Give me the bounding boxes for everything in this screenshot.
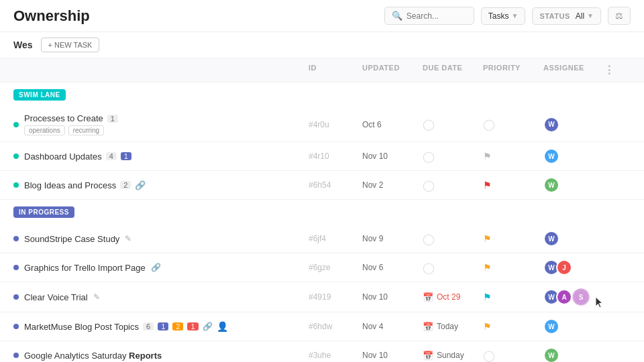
subheader: Wes + NEW TASK xyxy=(0,32,644,58)
tasks-dropdown[interactable]: Tasks ▼ xyxy=(481,7,526,25)
avatar: W xyxy=(543,177,559,193)
task-assignee: W xyxy=(543,318,604,335)
attach-icon: 🔗 xyxy=(203,322,213,331)
app-container: Ownership 🔍 Tasks ▼ STATUS All ▼ ⚖ Wes +… xyxy=(0,0,644,362)
task-due: ◯ xyxy=(423,118,483,131)
task-name-cell[interactable]: Google Analytics Saturday Reports xyxy=(13,351,309,361)
task-name-cell[interactable]: Processes to Create 1 operations recurri… xyxy=(13,113,309,135)
task-badge-b1: 1 xyxy=(158,322,168,330)
task-name-cell[interactable]: SoundStripe Case Study ✎ xyxy=(13,234,309,244)
task-title: Processes to Create xyxy=(24,113,103,123)
task-due: ◯ xyxy=(423,233,483,245)
avatar: J xyxy=(556,259,572,276)
task-badge: 4 xyxy=(106,152,117,160)
status-dot xyxy=(13,122,19,127)
avatar-glow: S xyxy=(572,288,590,306)
task-priority: ⚑ xyxy=(483,233,543,244)
task-id: #6hdw xyxy=(309,322,362,331)
task-due-date: Oct 29 xyxy=(437,292,460,302)
person-circle-icon: 👤 xyxy=(217,321,228,332)
avatar: A xyxy=(556,289,572,305)
attach-icon: 🔗 xyxy=(151,263,161,272)
task-name-cell[interactable]: Clear Voice Trial ✎ xyxy=(13,292,309,302)
task-badge: 1 xyxy=(107,115,118,123)
search-input[interactable] xyxy=(407,11,467,21)
task-due: ◯ xyxy=(423,261,483,274)
status-dot xyxy=(13,353,19,358)
new-task-button[interactable]: + NEW TASK xyxy=(41,38,100,52)
col-id: ID xyxy=(309,64,362,76)
task-updated: Nov 10 xyxy=(362,351,423,360)
chevron-down-icon: ▼ xyxy=(587,12,594,19)
flag-icon: ⚑ xyxy=(483,151,492,162)
task-name-wrapper: Dashboard Updates 4 1 xyxy=(24,152,131,162)
task-id: #6gze xyxy=(309,263,362,272)
flag-icon: ⚑ xyxy=(483,321,492,332)
task-id: #4919 xyxy=(309,292,362,302)
task-priority: ⚑ xyxy=(483,180,543,190)
search-icon: 🔍 xyxy=(392,11,402,21)
flag-icon: ⚑ xyxy=(483,233,492,244)
task-assignee: W xyxy=(543,347,604,362)
status-filter[interactable]: STATUS All ▼ xyxy=(532,7,601,25)
avatar: W xyxy=(543,117,559,133)
filter-icon: ⚖ xyxy=(615,11,623,21)
task-priority: ⚑ xyxy=(483,321,543,332)
avatar: W xyxy=(543,148,559,164)
table-row: Processes to Create 1 operations recurri… xyxy=(0,107,644,142)
table-row: SoundStripe Case Study ✎ #6jf4 Nov 9 ◯ ⚑… xyxy=(0,225,644,253)
task-name-cell[interactable]: Blog Ideas and Process 2 🔗 xyxy=(13,180,309,190)
edit-icon: ✎ xyxy=(125,234,131,243)
table-row: Google Analytics Saturday Reports #3uhe … xyxy=(0,341,644,362)
task-due-date: Sunday xyxy=(437,351,464,360)
task-badge-o2: 2 xyxy=(172,322,183,330)
task-assignee: W J xyxy=(543,259,604,276)
tag-operations: operations xyxy=(24,125,65,135)
calendar-icon: ◯ xyxy=(423,150,435,163)
status-dot xyxy=(13,154,19,159)
table-row: Graphics for Trello Import Page 🔗 #6gze … xyxy=(0,253,644,282)
task-assignee: W xyxy=(543,177,604,193)
task-due: 📅 Oct 29 xyxy=(423,292,483,302)
avatar: W xyxy=(543,318,559,335)
search-bar[interactable]: 🔍 xyxy=(384,7,474,25)
in-progress-section-header: IN PROGRESS xyxy=(0,200,644,225)
table-row: MarketMuse Blog Post Topics 6 1 2 1 🔗 👤 … xyxy=(0,312,644,341)
task-due: 📅 Sunday xyxy=(423,351,483,361)
task-title: Blog Ideas and Process xyxy=(24,180,116,190)
task-priority: ◯ xyxy=(483,349,543,362)
task-assignee: W A S xyxy=(543,288,604,306)
task-updated: Nov 6 xyxy=(362,263,423,272)
col-updated: UPDATED xyxy=(362,64,423,76)
avatar: W xyxy=(543,347,559,362)
calendar-icon: ◯ xyxy=(423,261,435,274)
table-row: Dashboard Updates 4 1 #4r10 Nov 10 ◯ ⚑ W xyxy=(0,142,644,171)
attach-icon: 🔗 xyxy=(135,180,146,190)
swim-lane-badge: SWIM LANE xyxy=(13,89,66,101)
flag-icon: ⚑ xyxy=(483,292,492,302)
col-assignee: ASSIGNEE xyxy=(543,64,604,76)
task-name-row: Processes to Create 1 xyxy=(24,113,118,123)
tag-recurring: recurring xyxy=(68,125,104,135)
calendar-icon: ◯ xyxy=(423,118,435,131)
task-assignee: W xyxy=(543,117,604,133)
calendar-icon: ◯ xyxy=(423,233,435,245)
task-tags: operations recurring xyxy=(24,125,118,135)
filter-button[interactable]: ⚖ xyxy=(608,7,631,25)
task-due-date: Today xyxy=(437,322,458,331)
table-container: ID UPDATED DUE DATE PRIORITY ASSIGNEE ⋮ … xyxy=(0,58,644,362)
task-name-cell[interactable]: MarketMuse Blog Post Topics 6 1 2 1 🔗 👤 xyxy=(13,321,309,332)
more-icon[interactable]: ⋮ xyxy=(604,64,615,76)
task-name-cell[interactable]: Graphics for Trello Import Page 🔗 xyxy=(13,263,309,273)
task-title: SoundStripe Case Study xyxy=(24,234,119,244)
task-name-cell[interactable]: Dashboard Updates 4 1 xyxy=(13,152,309,162)
task-priority: ⚑ xyxy=(483,262,543,273)
task-title: Graphics for Trello Import Page xyxy=(24,263,146,273)
flag-icon: ⚑ xyxy=(483,180,492,190)
header: Ownership 🔍 Tasks ▼ STATUS All ▼ ⚖ xyxy=(0,0,644,32)
task-name-row: Blog Ideas and Process 2 🔗 xyxy=(24,180,146,190)
flag-icon: ⚑ xyxy=(483,262,492,273)
table-row: Clear Voice Trial ✎ #4919 Nov 10 📅 Oct 2… xyxy=(0,282,644,312)
calendar-icon: 📅 xyxy=(423,351,433,361)
col-priority: PRIORITY xyxy=(483,64,543,76)
